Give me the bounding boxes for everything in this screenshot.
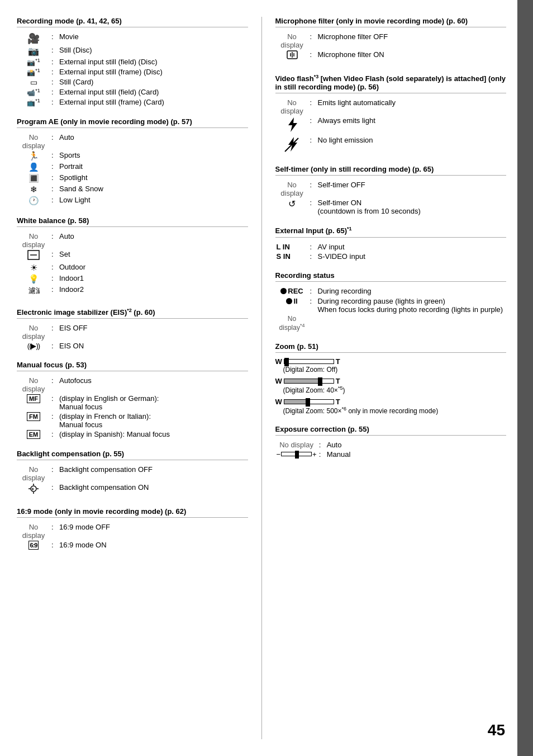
- no-display-rec-desc: [317, 314, 507, 332]
- video-flash-auto-icon: No display: [275, 98, 309, 116]
- ext-still-frame-card-desc: External input still (frame) (Card): [58, 97, 248, 107]
- video-flash-always-icon: [275, 116, 309, 135]
- list-item: No display : Backlight compensation OFF: [17, 465, 248, 483]
- list-item: No display : Emits light automatically: [275, 98, 507, 116]
- exposure-auto-icon: No display: [275, 440, 318, 450]
- mf-en-desc: (display in English or German):Manual fo…: [58, 394, 248, 412]
- program-ae-table: No display : Auto 🏃 : Sports 👤 : P: [17, 133, 248, 206]
- mf-es-desc: (display in Spanish): Manual focus: [58, 429, 248, 440]
- still-disc-desc: Still (Disc): [58, 45, 248, 57]
- eis-off-desc: EIS OFF: [58, 323, 248, 341]
- eis-off-icon: No display: [17, 323, 50, 341]
- section-zoom: Zoom (p. 51) W T (Digital Zoom: Off): [275, 342, 507, 415]
- rec-icon: REC: [275, 286, 309, 296]
- list-item: 📺*1 : External input still (frame) (Card…: [17, 97, 248, 107]
- zoom-entry-3: W T (Digital Zoom: 500×*6 only in movie …: [275, 398, 507, 415]
- eis-on-desc: EIS ON: [58, 341, 248, 351]
- list-item: MF : (display in English or German):Manu…: [17, 394, 248, 412]
- zoom-fill-2: [284, 379, 320, 383]
- 169-table: No display : 16:9 mode OFF 6:9 : 16:9 mo…: [17, 522, 248, 550]
- lin-desc: AV input: [317, 242, 507, 252]
- section-backlight: Backlight compensation (p. 55) No displa…: [17, 450, 248, 497]
- external-input-table: L IN : AV input S IN : S-VIDEO input: [275, 242, 507, 261]
- ext-still-field-disc-icon: 📷*1: [17, 57, 50, 67]
- ext-still-field-disc-desc: External input still (field) (Disc): [58, 57, 248, 67]
- sand-snow-icon: ❄: [17, 184, 50, 195]
- section-video-flash: Video flash*3 [when Video Flash (sold se…: [275, 74, 507, 155]
- zoom-t-label-2: T: [336, 377, 340, 385]
- portrait-desc: Portrait: [58, 162, 248, 173]
- eis-on-icon: ((▶)): [17, 341, 50, 351]
- pause-dot: [286, 298, 292, 304]
- page-number: 45: [488, 721, 505, 739]
- list-item: II : During recording pause (lights in g…: [275, 296, 507, 314]
- svg-marker-13: [288, 117, 297, 132]
- self-timer-title: Self-timer (only in still recording mode…: [275, 165, 507, 176]
- svg-text:+: +: [31, 486, 34, 492]
- list-item: No display : Auto: [17, 231, 248, 249]
- mf-es-icon: EM: [17, 429, 50, 440]
- exposure-title: Exposure correction (p. 55): [275, 425, 507, 436]
- sin-desc: S-VIDEO input: [317, 252, 507, 261]
- section-microphone-filter: Microphone filter (only in movie recordi…: [275, 17, 507, 64]
- list-item: No display : Autofocus: [17, 376, 248, 394]
- backlight-on-icon: +: [17, 483, 50, 497]
- video-flash-table: No display : Emits light automatically :: [275, 98, 507, 155]
- 169-off-desc: 16:9 mode OFF: [58, 522, 248, 540]
- zoom-w-label-2: W: [275, 377, 282, 385]
- list-item: No display : Auto: [17, 133, 248, 150]
- list-item: EM : (display in Spanish): Manual focus: [17, 429, 248, 440]
- wb-outdoor-desc: Outdoor: [58, 262, 248, 273]
- rec-pause-icon: II: [275, 296, 309, 314]
- still-disc-icon: 📷: [17, 45, 50, 57]
- exposure-thumb: [295, 451, 299, 459]
- eis-title: Electronic image stabilizer (EIS)*2 (p. …: [17, 308, 248, 319]
- zoom-title: Zoom (p. 51): [275, 342, 507, 353]
- microphone-filter-title: Microphone filter (only in movie recordi…: [275, 17, 507, 27]
- zoom-desc-1: (Digital Zoom: Off): [275, 366, 507, 374]
- list-item: + : Backlight compensation ON: [17, 483, 248, 497]
- list-item: 👤 : Portrait: [17, 162, 248, 173]
- zoom-thumb-3: [306, 398, 310, 407]
- wb-indoor1-desc: Indoor1: [58, 273, 248, 285]
- self-timer-off-desc: Self-timer OFF: [317, 180, 507, 198]
- zoom-fill-3: [284, 400, 308, 404]
- microphone-filter-table: No display : Microphone filter OFF: [275, 32, 507, 64]
- video-flash-off-desc: No light emission: [317, 135, 507, 155]
- backlight-off-icon: No display: [17, 465, 50, 483]
- list-item: FM : (display in French or Italian):Manu…: [17, 412, 248, 429]
- mic-filter-off-desc: Microphone filter OFF: [317, 32, 507, 50]
- backlight-title: Backlight compensation (p. 55): [17, 450, 248, 460]
- list-item: ▭ : Still (Card): [17, 77, 248, 87]
- list-item: 濾濾 : Indoor2: [17, 285, 248, 297]
- program-ae-title: Program AE (only in movie recording mode…: [17, 117, 248, 128]
- list-item: No display : Self-timer OFF: [275, 180, 507, 198]
- section-169: 16:9 mode (only in movie recording mode)…: [17, 507, 248, 550]
- ext-still-frame-disc-icon: 📸*1: [17, 67, 50, 77]
- wb-set-icon: [17, 249, 50, 262]
- list-item: 📹*1 : External input still (field) (Card…: [17, 87, 248, 97]
- spotlight-icon: 🔳: [17, 173, 50, 184]
- spotlight-desc: Spotlight: [58, 173, 248, 184]
- video-flash-title: Video flash*3 [when Video Flash (sold se…: [275, 74, 507, 93]
- ext-still-frame-card-icon: 📺*1: [17, 97, 50, 107]
- list-item: 🎥 : Movie: [17, 32, 248, 45]
- list-item: ❄ : Sand & Snow: [17, 184, 248, 195]
- list-item: : Always emits light: [275, 116, 507, 135]
- section-self-timer: Self-timer (only in still recording mode…: [275, 165, 507, 216]
- list-item: 🏃 : Sports: [17, 150, 248, 162]
- zoom-w-label-3: W: [275, 398, 282, 406]
- self-timer-on-desc: Self-timer ON(countdown is from 10 secon…: [317, 198, 507, 216]
- backlight-on-desc: Backlight compensation ON: [58, 483, 248, 497]
- still-card-desc: Still (Card): [58, 77, 248, 87]
- low-light-icon: 🕐: [17, 195, 50, 206]
- exposure-track: [281, 452, 312, 456]
- wb-indoor2-icon: 濾濾: [17, 285, 50, 297]
- section-program-ae: Program AE (only in movie recording mode…: [17, 117, 248, 206]
- rec-pause-desc: During recording pause (lights in green)…: [317, 296, 507, 314]
- list-item: ((▶)) : EIS ON: [17, 341, 248, 351]
- sin-icon: S IN: [275, 252, 309, 261]
- ext-still-frame-disc-desc: External input still (frame) (Disc): [58, 67, 248, 77]
- wb-indoor1-icon: 💡: [17, 273, 50, 285]
- portrait-icon: 👤: [17, 162, 50, 173]
